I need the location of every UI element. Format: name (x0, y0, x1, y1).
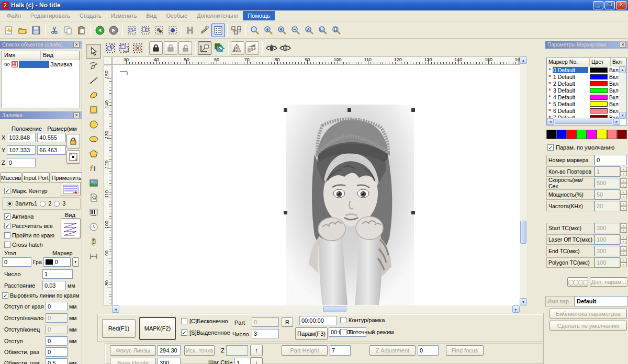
param-f3-button[interactable]: Парам(F3) (295, 327, 328, 340)
edge-pass-checkbox[interactable] (4, 232, 10, 238)
marker-number-field[interactable]: 0 (595, 155, 627, 165)
zoom-out-icon[interactable] (289, 24, 302, 37)
active-checkbox[interactable]: ✓ (4, 213, 10, 220)
marker-col-state[interactable]: Вкл (611, 58, 626, 66)
repeat-count-spinner[interactable]: ▲▼ (620, 167, 627, 176)
speed-spinner[interactable]: ▲▼ (620, 178, 627, 188)
menu-file[interactable]: Файл (2, 11, 26, 20)
param-name-field[interactable]: Default (575, 296, 628, 306)
offset-start-field[interactable]: 0 (46, 313, 68, 323)
polygon-tc-spinner[interactable]: ▲▼ (620, 258, 627, 267)
mark-count-field[interactable]: 3 (252, 329, 279, 338)
mirror-horizontal-icon[interactable] (245, 41, 259, 55)
title-bar[interactable]: 2 Halk (c) - No title ▁ ❐ ✕ (0, 0, 628, 10)
power-field[interactable]: 50 (595, 189, 620, 200)
vertical-scroll-thumb[interactable] (520, 221, 526, 244)
barcode-tool-icon[interactable] (86, 205, 101, 220)
selection-handle-top-right[interactable] (411, 108, 415, 112)
start-tc-field[interactable]: 300 (595, 223, 620, 233)
mark-contour-checkbox[interactable]: ✓ (4, 188, 10, 194)
canvas-area[interactable]: 3040 5060 7080 90100 110120 130140 15016… (104, 56, 528, 313)
offset-end-field[interactable]: 0 (46, 325, 68, 334)
color-swatch[interactable] (577, 130, 587, 139)
mark-f2-button[interactable]: МАРК(F2) (139, 317, 176, 340)
align-lines-checkbox[interactable]: ✓ (2, 292, 8, 299)
power-spinner[interactable]: ▲▼ (620, 190, 627, 199)
maximize-icon[interactable]: ❐ (604, 1, 615, 9)
z-up-button[interactable]: ↑ (250, 345, 263, 356)
rectangle-tool-icon[interactable] (86, 103, 101, 117)
lock-icon[interactable] (149, 41, 163, 55)
outline-step-field[interactable]: 0.5 (46, 358, 68, 364)
make-default-button[interactable]: Сделать по умолчанию (550, 321, 627, 331)
group-icon[interactable] (230, 24, 243, 37)
cross-hatch-checkbox[interactable] (4, 242, 10, 248)
y-size-field[interactable]: 66.463 (37, 145, 66, 155)
color-swatch[interactable] (587, 130, 597, 139)
unlock-icon[interactable] (164, 41, 177, 55)
marker-row[interactable]: *3 DefaultВкл (547, 87, 626, 94)
menu-view[interactable]: Вид (141, 11, 161, 20)
marker-table-vscroll[interactable]: ▲▼ (619, 66, 626, 119)
contour-frame-checkbox[interactable] (340, 317, 346, 323)
menu-create[interactable]: Создать (75, 11, 106, 20)
horizontal-scrollbar[interactable]: ◄ ► (112, 305, 520, 313)
color-swatch[interactable] (546, 130, 556, 139)
marker-table-hscroll[interactable]: ◄► (547, 118, 620, 125)
preview-all-icon[interactable] (278, 41, 292, 55)
count-field[interactable]: 1 (42, 269, 73, 279)
marker-row[interactable]: *1 DefaultВкл (547, 73, 626, 80)
node-select-icon[interactable] (125, 24, 139, 37)
fill2-radio[interactable] (40, 201, 46, 207)
color-swatch[interactable] (607, 130, 617, 139)
transform-delete-icon[interactable] (131, 41, 144, 55)
io-tool-icon[interactable] (86, 234, 101, 249)
distance-field[interactable]: 0.03 (42, 281, 66, 290)
preview-icon[interactable] (265, 41, 278, 55)
fill-panel-header[interactable]: Заливка ✕ (0, 111, 82, 119)
menu-help[interactable]: Помощь (243, 11, 275, 20)
object-name-cell[interactable] (19, 61, 49, 68)
fill3-radio[interactable] (54, 201, 60, 207)
x-size-field[interactable]: 40.555 (37, 133, 66, 142)
drawing-page[interactable] (112, 65, 520, 305)
curve-tool-icon[interactable] (86, 88, 101, 103)
measure-tool-icon[interactable] (86, 249, 101, 264)
transform-size-icon[interactable] (104, 41, 117, 55)
transform-rotate-icon[interactable] (117, 41, 131, 55)
lens-focus-button[interactable]: Фокус Линзы (110, 345, 156, 356)
marker-row[interactable]: *2 DefaultВкл (547, 80, 626, 87)
speed-field[interactable]: 500 (595, 178, 620, 188)
vertical-scrollbar[interactable]: ▲ ▼ (520, 56, 527, 305)
zoom-select-icon[interactable] (316, 24, 330, 37)
marker-col-no[interactable]: Маркер No. (547, 58, 590, 66)
z-down-button[interactable]: ↓ (250, 357, 263, 364)
color-swatch[interactable] (567, 130, 577, 139)
anchor-point-button[interactable] (66, 150, 80, 164)
color-order-icon[interactable] (212, 41, 226, 55)
object-row[interactable]: Заливка (2, 60, 80, 69)
zoom-pan-icon[interactable] (262, 24, 275, 37)
scroll-left-icon[interactable]: ◄ (112, 305, 119, 313)
array-button[interactable]: Массив (1, 172, 21, 183)
object-col-name[interactable]: Имя (2, 51, 41, 60)
repeat-count-field[interactable]: 1 (595, 166, 620, 177)
origin-icon[interactable] (198, 41, 211, 55)
end-tc-field[interactable]: 300 (595, 246, 620, 256)
default-params-checkbox[interactable]: ✓ (547, 144, 554, 151)
node-edit-tool-icon[interactable] (86, 59, 101, 73)
offset-field[interactable]: 0 (46, 336, 68, 346)
scroll-right-icon[interactable]: ► (512, 305, 520, 313)
object-col-view[interactable]: Вид (41, 51, 80, 60)
copy-icon[interactable] (61, 24, 75, 37)
part-height-field[interactable]: 7 (330, 345, 351, 356)
close-icon[interactable]: ✕ (616, 1, 626, 9)
color-swatch[interactable] (617, 130, 627, 139)
zoom-all-icon[interactable]: A (302, 24, 316, 37)
delay-tool-icon[interactable] (86, 220, 101, 234)
vector-file-tool-icon[interactable] (86, 190, 101, 205)
hatch-preview-button[interactable] (61, 218, 81, 239)
wobble-rings-icon[interactable]: ◯◯◯◯ (567, 277, 588, 287)
selected-checkbox[interactable]: ✓ (181, 329, 187, 336)
z-adjustment-button[interactable]: Z Adjustment (369, 345, 416, 356)
